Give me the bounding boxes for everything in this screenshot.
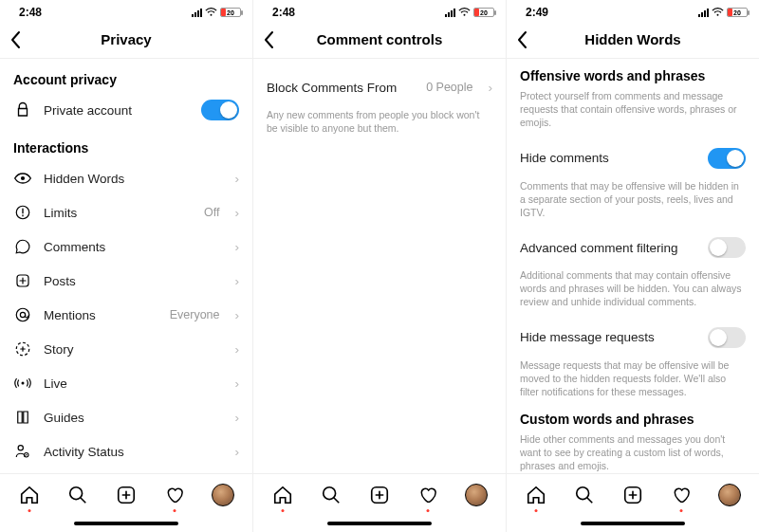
mention-icon (13, 306, 32, 323)
chevron-right-icon: › (235, 411, 240, 425)
scroll-area[interactable]: Offensive words and phrases Protect your… (507, 59, 759, 473)
row-label: Limits (44, 206, 193, 220)
avatar-icon (212, 484, 234, 506)
tab-bar (253, 473, 506, 515)
svg-point-15 (577, 486, 589, 499)
row-hide-message-requests[interactable]: Hide message requests (520, 321, 746, 355)
status-indicators: 20 (445, 8, 494, 17)
row-label: Hide comments (520, 151, 696, 165)
scroll-area[interactable]: Account privacy Private account Interact… (0, 59, 252, 473)
tab-activity[interactable] (163, 484, 186, 506)
row-private-account[interactable]: Private account (13, 93, 239, 127)
tab-new-post[interactable] (621, 484, 644, 506)
time: 2:48 (19, 6, 42, 19)
tab-profile[interactable] (718, 484, 741, 506)
row-hide-comments[interactable]: Hide comments (520, 141, 746, 175)
home-icon (272, 485, 293, 505)
scroll-area[interactable]: Block Comments From 0 People › Any new c… (253, 59, 506, 473)
chevron-right-icon: › (235, 240, 240, 254)
hide-comments-toggle[interactable] (708, 148, 746, 169)
row-hidden-words[interactable]: Hidden Words › (13, 161, 239, 195)
search-icon (67, 485, 88, 505)
row-label: Guides (44, 411, 224, 425)
home-indicator[interactable] (253, 515, 506, 532)
tab-search[interactable] (66, 484, 89, 506)
row-advanced-filtering[interactable]: Advanced comment filtering (520, 230, 746, 265)
eye-hidden-icon (13, 169, 32, 188)
heart-icon (164, 485, 185, 505)
status-bar: 2:48 20 (253, 0, 506, 21)
back-button[interactable] (516, 30, 528, 49)
advanced-filtering-toggle[interactable] (708, 237, 746, 258)
svg-point-9 (26, 454, 28, 456)
tab-profile[interactable] (465, 484, 488, 506)
row-label: Advanced comment filtering (520, 241, 696, 255)
tab-home[interactable] (18, 484, 41, 506)
caption-block-comments: Any new comments from people you block w… (267, 108, 492, 135)
row-block-comments[interactable]: Block Comments From 0 People › (267, 70, 492, 104)
tab-profile[interactable] (212, 484, 234, 506)
tab-new-post[interactable] (368, 484, 391, 506)
chevron-right-icon: › (235, 342, 240, 357)
svg-point-7 (18, 446, 23, 450)
home-indicator[interactable] (0, 515, 252, 532)
phone-hidden-words: 2:49 20 Hidden Words Offensive words and… (507, 0, 759, 532)
row-label: Comments (44, 240, 224, 254)
home-icon (526, 485, 546, 505)
back-button[interactable] (9, 30, 21, 49)
tab-search[interactable] (573, 484, 596, 506)
row-activity-status[interactable]: Activity Status › (13, 434, 239, 468)
back-button[interactable] (263, 30, 274, 49)
svg-point-6 (22, 382, 25, 385)
row-guides[interactable]: Guides › (13, 400, 239, 434)
notification-dot (28, 509, 31, 512)
section-offensive: Offensive words and phrases (520, 68, 746, 83)
row-label: Hidden Words (44, 172, 224, 186)
story-icon (13, 340, 32, 358)
tab-activity[interactable] (670, 484, 693, 506)
alert-icon (13, 204, 32, 221)
battery-icon: 20 (727, 8, 748, 17)
plus-square-icon (622, 485, 643, 505)
chevron-right-icon: › (235, 445, 240, 459)
heart-icon (417, 485, 438, 505)
tab-home[interactable] (271, 484, 294, 506)
chevron-left-icon (9, 30, 21, 49)
section-interactions: Interactions (13, 140, 239, 156)
row-value: Off (204, 206, 219, 219)
home-indicator[interactable] (507, 515, 759, 532)
status-bar: 2:49 20 (507, 0, 759, 21)
chevron-left-icon (263, 30, 274, 49)
chevron-right-icon: › (489, 81, 493, 95)
row-label: Live (44, 376, 224, 391)
signal-icon (445, 8, 455, 17)
row-label: Private account (44, 103, 190, 118)
tab-new-post[interactable] (115, 484, 138, 506)
svg-point-11 (70, 486, 83, 499)
page-title: Privacy (101, 31, 151, 47)
row-posts[interactable]: Posts › (13, 264, 239, 298)
plus-square-icon (369, 485, 390, 505)
section-custom: Custom words and phrases (520, 412, 746, 427)
page-title: Comment controls (317, 31, 443, 47)
row-label: Hide message requests (520, 330, 696, 344)
row-mentions[interactable]: Mentions Everyone › (13, 298, 239, 332)
heart-icon (671, 485, 692, 505)
notification-dot (679, 509, 682, 512)
tab-activity[interactable] (417, 484, 439, 506)
notification-dot (282, 509, 285, 512)
svg-point-13 (324, 486, 336, 499)
nav-bar: Hidden Words (507, 21, 759, 59)
row-label: Activity Status (44, 445, 224, 459)
private-account-toggle[interactable] (201, 100, 239, 120)
tab-search[interactable] (320, 484, 342, 506)
row-limits[interactable]: Limits Off › (13, 195, 239, 229)
tab-home[interactable] (525, 484, 547, 506)
row-live[interactable]: Live › (13, 366, 239, 400)
live-icon (13, 375, 32, 392)
row-comments[interactable]: Comments › (13, 229, 239, 264)
row-story[interactable]: Story › (13, 332, 239, 366)
chevron-right-icon: › (235, 308, 240, 322)
hide-message-requests-toggle[interactable] (708, 327, 746, 348)
row-label: Block Comments From (267, 81, 415, 95)
